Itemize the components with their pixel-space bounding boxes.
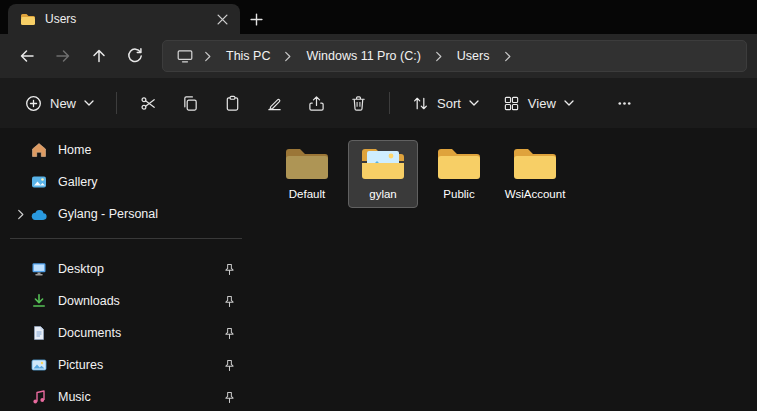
folder-icon bbox=[360, 146, 406, 182]
address-bar[interactable]: This PC Windows 11 Pro (C:) Users bbox=[162, 40, 747, 72]
cut-button[interactable] bbox=[128, 86, 168, 120]
sidebar-item-label: Pictures bbox=[58, 358, 223, 372]
share-button[interactable] bbox=[296, 86, 336, 120]
sort-button-label: Sort bbox=[437, 96, 461, 111]
downloads-icon bbox=[30, 292, 48, 310]
paste-button[interactable] bbox=[212, 86, 252, 120]
sidebar-item-desktop[interactable]: Desktop bbox=[4, 253, 248, 285]
delete-button[interactable] bbox=[338, 86, 378, 120]
navigation-pane: Home Gallery Gylang - Personal Deskto bbox=[0, 128, 252, 411]
tab-users[interactable]: Users bbox=[8, 4, 240, 34]
sidebar-item-onedrive-personal[interactable]: Gylang - Personal bbox=[4, 198, 248, 230]
sidebar-item-gallery[interactable]: Gallery bbox=[4, 166, 248, 198]
chevron-down-icon bbox=[84, 100, 94, 106]
explorer-body: Home Gallery Gylang - Personal Deskto bbox=[0, 128, 757, 411]
pin-icon bbox=[223, 263, 236, 276]
up-button[interactable] bbox=[82, 40, 116, 72]
back-button[interactable] bbox=[10, 40, 44, 72]
more-options-button[interactable] bbox=[605, 86, 645, 120]
expand-chevron-icon[interactable] bbox=[12, 209, 30, 220]
folder-tile-wsiaccount[interactable]: WsiAccount bbox=[500, 140, 570, 208]
sidebar-item-label: Desktop bbox=[58, 262, 223, 276]
folder-icon bbox=[20, 13, 36, 26]
copy-button[interactable] bbox=[170, 86, 210, 120]
sidebar-item-label: Downloads bbox=[58, 294, 223, 308]
this-pc-icon bbox=[171, 48, 199, 64]
breadcrumb-drive-c[interactable]: Windows 11 Pro (C:) bbox=[297, 44, 429, 68]
navigation-bar: This PC Windows 11 Pro (C:) Users bbox=[0, 34, 757, 78]
chevron-down-icon bbox=[564, 100, 574, 106]
sidebar-item-documents[interactable]: Documents bbox=[4, 317, 248, 349]
sort-button[interactable]: Sort bbox=[401, 86, 490, 120]
view-button-label: View bbox=[528, 96, 556, 111]
folder-icon bbox=[436, 146, 482, 182]
music-icon bbox=[30, 388, 48, 406]
command-bar: New Sort View bbox=[0, 78, 757, 128]
folder-view: Default gylan Public WsiAccount bbox=[252, 128, 757, 411]
rename-icon bbox=[266, 95, 283, 112]
sidebar-item-label: Gylang - Personal bbox=[58, 207, 236, 221]
pin-icon bbox=[223, 359, 236, 372]
breadcrumb-chevron-icon[interactable] bbox=[201, 51, 215, 62]
forward-button[interactable] bbox=[46, 40, 80, 72]
breadcrumb-this-pc[interactable]: This PC bbox=[217, 44, 279, 68]
sidebar-item-label: Home bbox=[58, 143, 236, 157]
folder-name: Public bbox=[443, 187, 474, 201]
home-icon bbox=[30, 141, 48, 159]
sidebar-item-home[interactable]: Home bbox=[4, 134, 248, 166]
sidebar-item-label: Music bbox=[58, 390, 223, 404]
view-grid-icon bbox=[503, 95, 520, 112]
breadcrumb-chevron-icon[interactable] bbox=[281, 51, 295, 62]
folder-tile-gylan[interactable]: gylan bbox=[348, 140, 418, 208]
sidebar-item-label: Documents bbox=[58, 326, 223, 340]
sidebar-item-downloads[interactable]: Downloads bbox=[4, 285, 248, 317]
sidebar-separator bbox=[10, 238, 242, 239]
chevron-down-icon bbox=[469, 100, 479, 106]
tab-close-button[interactable] bbox=[210, 8, 234, 30]
pin-icon bbox=[223, 391, 236, 404]
sort-icon bbox=[412, 95, 429, 112]
view-button[interactable]: View bbox=[492, 86, 585, 120]
folder-icon bbox=[284, 146, 330, 182]
sidebar-item-music[interactable]: Music bbox=[4, 381, 248, 411]
rename-button[interactable] bbox=[254, 86, 294, 120]
documents-icon bbox=[30, 324, 48, 342]
onedrive-icon bbox=[30, 205, 48, 223]
pictures-icon bbox=[30, 356, 48, 374]
share-icon bbox=[308, 95, 325, 112]
sidebar-item-label: Gallery bbox=[58, 175, 236, 189]
tab-title: Users bbox=[45, 12, 201, 26]
new-button[interactable]: New bbox=[14, 86, 105, 120]
sidebar-item-pictures[interactable]: Pictures bbox=[4, 349, 248, 381]
folder-tile-default[interactable]: Default bbox=[272, 140, 342, 208]
new-tab-button[interactable] bbox=[240, 4, 272, 34]
titlebar: Users bbox=[0, 0, 757, 34]
folder-icon bbox=[512, 146, 558, 182]
ellipsis-icon bbox=[616, 95, 633, 112]
breadcrumb-chevron-icon[interactable] bbox=[501, 51, 515, 62]
paste-icon bbox=[224, 95, 241, 112]
gallery-icon bbox=[30, 173, 48, 191]
new-button-label: New bbox=[50, 96, 76, 111]
refresh-button[interactable] bbox=[118, 40, 152, 72]
copy-icon bbox=[182, 95, 199, 112]
folder-name: gylan bbox=[369, 187, 397, 201]
breadcrumb-chevron-icon[interactable] bbox=[432, 51, 446, 62]
desktop-icon bbox=[30, 260, 48, 278]
folder-name: Default bbox=[289, 187, 325, 201]
pin-icon bbox=[223, 295, 236, 308]
toolbar-divider bbox=[389, 92, 390, 114]
toolbar-divider bbox=[116, 92, 117, 114]
breadcrumb-users[interactable]: Users bbox=[448, 44, 499, 68]
folder-name: WsiAccount bbox=[505, 187, 566, 201]
scissors-icon bbox=[140, 95, 157, 112]
plus-circle-icon bbox=[25, 95, 42, 112]
pin-icon bbox=[223, 327, 236, 340]
folder-tile-public[interactable]: Public bbox=[424, 140, 494, 208]
trash-icon bbox=[350, 95, 367, 112]
